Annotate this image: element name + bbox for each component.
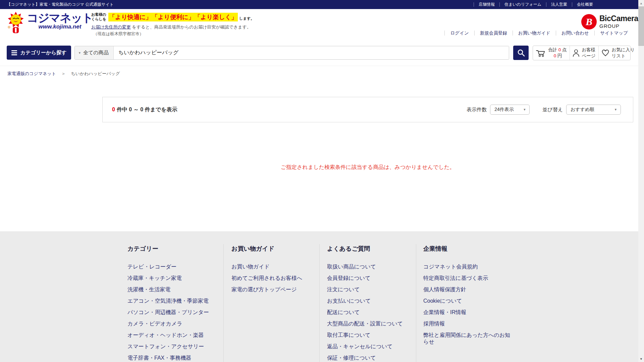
cart-icon — [536, 49, 546, 57]
site-title: 【コジマネット】家電・電化製品のコジマ 公式通販サイト — [7, 2, 114, 7]
footer-column-title: お買い物ガイド — [231, 245, 315, 253]
search-scope-dropdown[interactable]: ▼ 全ての商品 — [75, 46, 114, 59]
search-bar: ▼ 全ての商品 — [74, 46, 509, 60]
breadcrumb-current: ちいかわハッピーバッグ — [71, 71, 120, 76]
favorites-button[interactable]: お気に入りリスト — [598, 46, 637, 60]
utility-box: 合計 0 点 0 円 お客様ページ お気に入りリスト — [533, 46, 631, 60]
footer-link[interactable]: 洗濯機・生活家電 — [127, 286, 219, 293]
footer-link[interactable]: テレビ・レコーダー — [127, 263, 219, 270]
footer-column-title: よくあるご質問 — [327, 245, 411, 253]
footer-link[interactable]: 保証・修理について — [327, 355, 411, 361]
header-link[interactable]: サイトマップ — [594, 31, 633, 36]
footer-link[interactable]: 冷蔵庫・キッチン家電 — [127, 275, 219, 282]
footer-link[interactable]: 取扱い商品について — [327, 263, 411, 270]
footer-link[interactable]: オーディオ・ヘッドホン・楽器 — [127, 332, 219, 339]
header: コジマネット www.kojima.net お客様の くらしを 「より快適に」「… — [0, 9, 644, 37]
vertical-scrollbar[interactable]: ▲ ▼ — [638, 0, 644, 362]
scroll-down-arrow-icon[interactable]: ▼ — [638, 356, 644, 362]
footer-column-title: カテゴリー — [127, 245, 219, 253]
biccamera-group-label: GROUP — [599, 23, 638, 29]
footer-link[interactable]: 個人情報保護方針 — [423, 286, 511, 293]
account-button[interactable]: お客様ページ — [570, 46, 598, 60]
tagline-highlight: 「より快適に」「より便利に」「より楽しく」 — [108, 13, 238, 21]
biccamera-group-logo[interactable]: B BicCamera GROUP — [581, 14, 638, 29]
footer-link[interactable]: 注文について — [327, 286, 411, 293]
kojima-mascot-icon — [6, 12, 25, 34]
magnifier-icon — [517, 49, 525, 57]
per-page-select[interactable]: 24件表示 ▼ — [490, 105, 530, 115]
footer-link[interactable]: エアコン・空気清浄機・季節家電 — [127, 298, 219, 304]
category-menu-button[interactable]: カテゴリーから探す — [7, 46, 71, 60]
heart-icon — [601, 49, 609, 57]
footer-link[interactable]: 初めてご利用されるお客様へ — [231, 275, 315, 282]
search-button[interactable] — [513, 46, 529, 60]
footer-link[interactable]: 会員登録について — [327, 275, 411, 282]
footer-column-corporate: 企業情報 コジマネット会員規約特定商取引法に基づく表示個人情報保護方針Cooki… — [423, 245, 511, 350]
search-input[interactable] — [114, 46, 509, 59]
search-row: カテゴリーから探す ▼ 全ての商品 合計 0 点 0 円 — [0, 37, 644, 66]
caret-down-icon: ▼ — [78, 51, 81, 55]
footer-divider — [319, 244, 320, 362]
footer-column-categories: カテゴリー テレビ・レコーダー冷蔵庫・キッチン家電洗濯機・生活家電エアコン・空気… — [127, 245, 219, 362]
header-link[interactable]: ログイン — [444, 31, 474, 36]
logo-name: コジマネット — [27, 12, 93, 24]
footer-link[interactable]: 電子辞書・FAX・事務機器 — [127, 355, 219, 361]
person-icon — [573, 49, 580, 57]
footer-link[interactable]: カメラ・ビデオカメラ — [127, 320, 219, 327]
footer-link[interactable]: 企業情報・IR情報 — [423, 309, 511, 316]
footer-link[interactable]: パソコン・周辺機器・プリンター — [127, 309, 219, 316]
topbar-link[interactable]: 住まいのリフォーム — [499, 2, 546, 7]
footer-column-guide: お買い物ガイド お買い物ガイド初めてご利用されるお客様へ家電の選び方トップページ — [231, 245, 315, 298]
breadcrumb: 家電通販のコジマネット ＞ ちいかわハッピーバッグ — [7, 71, 120, 77]
footer-link[interactable]: 取付工事について — [327, 332, 411, 339]
footer-link[interactable]: 特定商取引法に基づく表示 — [423, 275, 511, 282]
current-location-text: （現在は栃木県宇都宮市） — [91, 31, 254, 37]
results-count: 0件中 0 ～ 0 件までを表示 — [103, 106, 177, 113]
caret-down-icon: ▼ — [614, 108, 617, 111]
cart-button[interactable]: 合計 0 点 0 円 — [533, 46, 570, 60]
footer-link[interactable]: お買い物ガイド — [231, 263, 315, 270]
footer-link[interactable]: 家電の選び方トップページ — [231, 286, 315, 293]
header-link[interactable]: お買い物ガイド — [513, 31, 556, 36]
tagline-prefix: お客様の くらしを — [91, 12, 106, 22]
footer-link[interactable]: 配送について — [327, 309, 411, 316]
header-link[interactable]: お問い合わせ — [556, 31, 594, 36]
biccamera-mark-icon: B — [581, 14, 597, 29]
results-toolbar: 0件中 0 ～ 0 件までを表示 表示件数 24件表示 ▼ 並び替え おすすめ順… — [102, 97, 633, 122]
topbar-links: 店舗情報住まいのリフォーム法人営業会社概要 — [474, 2, 598, 7]
footer-column-faq: よくあるご質問 取扱い商品について会員登録について注文についてお支払いについて配… — [327, 245, 411, 362]
topbar-link[interactable]: 店舗情報 — [474, 2, 499, 7]
sort-select[interactable]: おすすめ順 ▼ — [566, 105, 621, 115]
no-results-message: ご指定されました検索条件に該当する商品は、みつかりませんでした。 — [102, 164, 633, 171]
delivery-address-link[interactable]: お届け先住所の変更 — [91, 24, 131, 29]
footer-link[interactable]: スマートフォン・アクセサリー — [127, 343, 219, 350]
footer-divider — [223, 244, 224, 362]
tagline: お客様の くらしを 「より快適に」「より便利に」「より楽しく」 します。 お届け… — [91, 12, 254, 37]
delivery-notice-text: をすると、商品発送場所からのお届け目安が確認できます。 — [131, 24, 251, 29]
topbar: 【コジマネット】家電・電化製品のコジマ 公式通販サイト 店舗情報住まいのリフォー… — [0, 0, 644, 9]
topbar-link[interactable]: 法人営業 — [546, 2, 572, 7]
breadcrumb-separator: ＞ — [61, 71, 66, 76]
tagline-suffix: します。 — [239, 16, 254, 21]
footer-divider — [416, 244, 416, 362]
scroll-up-arrow-icon[interactable]: ▲ — [638, 0, 644, 6]
breadcrumb-home-link[interactable]: 家電通販のコジマネット — [7, 71, 56, 76]
footer-link[interactable]: Cookieについて — [423, 298, 511, 304]
kojima-logo[interactable]: コジマネット www.kojima.net — [6, 12, 93, 34]
topbar-link[interactable]: 会社概要 — [572, 2, 598, 7]
sort-label: 並び替え — [542, 107, 563, 113]
footer-link[interactable]: 弊社と雇用関係にあった方へのお知らせ — [423, 332, 511, 345]
scrollbar-thumb[interactable] — [638, 6, 644, 46]
biccamera-brand: BicCamera — [599, 15, 638, 22]
footer-link[interactable]: 採用情報 — [423, 320, 511, 327]
footer-link[interactable]: コジマネット会員規約 — [423, 263, 511, 270]
footer-link[interactable]: 大型商品の配送・設置について — [327, 320, 411, 327]
hamburger-icon — [11, 50, 17, 55]
footer-link[interactable]: 返品・キャンセルについて — [327, 343, 411, 350]
footer-link[interactable]: お支払いについて — [327, 298, 411, 304]
per-page-label: 表示件数 — [467, 107, 487, 113]
caret-down-icon: ▼ — [523, 108, 526, 111]
logo-url: www.kojima.net — [27, 23, 93, 30]
header-link[interactable]: 新規会員登録 — [474, 31, 513, 36]
header-links: ログイン新規会員登録お買い物ガイドお問い合わせサイトマップ — [444, 31, 633, 36]
